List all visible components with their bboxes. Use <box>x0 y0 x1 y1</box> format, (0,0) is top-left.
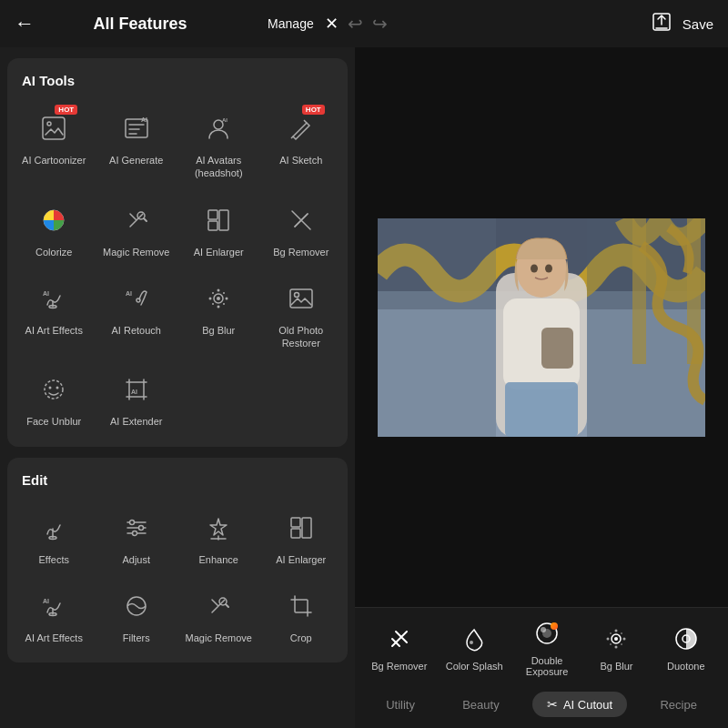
tool-label-magic-remove: Magic Remove <box>103 246 169 258</box>
svg-point-26 <box>226 297 228 299</box>
bottom-tool-label-color-splash: Color Splash <box>446 661 503 672</box>
svg-rect-68 <box>541 328 573 369</box>
tool-bg-remover[interactable]: Bg Remover <box>262 191 341 266</box>
tool-label-cartoonizer: AI Cartoonizer <box>22 154 86 167</box>
svg-point-32 <box>294 292 298 297</box>
svg-point-25 <box>209 297 212 299</box>
right-panel: Bg Remover Color Splash <box>355 47 728 728</box>
svg-point-23 <box>217 288 220 291</box>
svg-point-85 <box>621 643 622 645</box>
edit-title: Edit <box>15 469 340 499</box>
tool-effects[interactable]: Effects <box>15 499 94 573</box>
left-panel: AI Tools HOT AI Cartoonizer <box>0 47 355 728</box>
tool-label-adjust: Adjust <box>122 553 150 566</box>
tool-label-filters: Filters <box>123 632 150 644</box>
edit-section: Edit Effects <box>7 458 348 663</box>
save-button[interactable]: Save <box>682 16 713 32</box>
svg-point-42 <box>129 520 134 524</box>
manage-button[interactable]: Manage <box>268 16 314 31</box>
bottom-tool-bg-blur[interactable]: Bg Blur <box>587 622 645 675</box>
tool-adjust[interactable]: Adjust <box>97 499 177 573</box>
adjust-icon <box>116 508 157 548</box>
bg-remover-icon <box>281 200 321 240</box>
ai-art-effects-edit-icon: AI <box>34 586 74 626</box>
tool-ai-sketch[interactable]: HOT AI Sketch <box>262 99 341 187</box>
svg-point-34 <box>49 387 52 389</box>
bottom-bg-remover-icon <box>387 626 412 657</box>
svg-point-71 <box>545 264 552 272</box>
tool-ai-avatars[interactable]: AI AI Avatars (headshot) <box>179 99 258 187</box>
tool-ai-enlarger-edit[interactable]: AI Enlarger <box>262 499 341 573</box>
svg-line-13 <box>144 218 147 221</box>
tool-label-sketch: AI Sketch <box>279 154 322 167</box>
tool-crop[interactable]: Crop <box>262 577 341 652</box>
svg-rect-2 <box>43 117 65 139</box>
tool-magic-remove-edit[interactable]: Magic Remove <box>179 577 258 652</box>
tool-label-generate: AI Generate <box>109 154 163 167</box>
ai-tools-section: AI Tools HOT AI Cartoonizer <box>7 58 348 447</box>
tab-recipe[interactable]: Recipe <box>645 693 711 717</box>
tool-label-ai-extender: AI Extender <box>110 415 162 428</box>
tool-ai-extender[interactable]: AI AI Extender <box>97 360 177 435</box>
tab-utility[interactable]: Utility <box>371 693 430 717</box>
bottom-tool-duotone[interactable]: Duotone <box>657 622 715 675</box>
tab-ai-cutout-icon: ✂ <box>547 697 558 712</box>
tab-utility-label: Utility <box>386 698 415 712</box>
ai-sketch-icon: HOT <box>281 108 321 148</box>
bottom-tool-double-exposure[interactable]: DoubleExposure <box>518 617 576 681</box>
effects-icon <box>34 508 74 548</box>
undo-button[interactable]: ↩ <box>348 13 363 35</box>
svg-rect-48 <box>302 518 311 538</box>
tool-bg-blur[interactable]: Bg Blur <box>179 269 258 358</box>
tool-ai-generate[interactable]: AI AI Generate <box>97 99 177 187</box>
tool-ai-enlarger[interactable]: AI Enlarger <box>179 191 258 266</box>
ai-generate-icon: AI <box>116 108 157 148</box>
tool-ai-art-effects[interactable]: AI AI Art Effects <box>15 269 94 358</box>
magic-remove-edit-icon <box>198 586 238 626</box>
close-button[interactable]: ✕ <box>325 14 339 34</box>
photo-display <box>378 218 705 437</box>
tool-label-colorize: Colorize <box>35 246 72 258</box>
svg-text:AI: AI <box>141 116 147 123</box>
redo-button[interactable]: ↪ <box>372 13 388 35</box>
tool-label-magic-remove-edit: Magic Remove <box>186 632 252 644</box>
tool-face-unblur[interactable]: Face Unblur <box>15 360 94 435</box>
tool-label-avatars: AI Avatars (headshot) <box>183 154 255 180</box>
tool-ai-art-effects-edit[interactable]: AI AI Art Effects <box>15 577 94 652</box>
tool-label-effects: Effects <box>39 553 69 566</box>
tool-ai-retouch[interactable]: AI AI Retouch <box>97 269 177 358</box>
bottom-tools-row: Bg Remover Color Splash <box>355 607 728 684</box>
tool-label-face-unblur: Face Unblur <box>26 415 81 428</box>
svg-point-24 <box>217 305 220 308</box>
svg-rect-49 <box>291 529 300 538</box>
tool-enhance[interactable]: Enhance <box>179 499 258 573</box>
svg-text:AI: AI <box>43 598 49 604</box>
svg-point-70 <box>531 264 538 272</box>
svg-rect-16 <box>208 221 217 230</box>
ai-art-effects-icon: AI <box>34 278 74 318</box>
svg-line-54 <box>226 604 228 607</box>
crop-icon <box>281 586 321 626</box>
bottom-tool-label-duotone: Duotone <box>667 661 705 672</box>
enhance-icon <box>198 508 238 548</box>
tool-ai-cartoonizer[interactable]: HOT AI Cartoonizer <box>15 99 94 187</box>
tool-filters[interactable]: Filters <box>97 577 177 652</box>
tool-old-photo[interactable]: Old Photo Restorer <box>262 269 341 358</box>
bottom-tool-bg-remover[interactable]: Bg Remover <box>368 622 430 675</box>
bottom-color-splash-icon <box>461 626 487 657</box>
tab-beauty[interactable]: Beauty <box>448 693 513 717</box>
tool-magic-remove[interactable]: Magic Remove <box>97 191 177 266</box>
export-button[interactable] <box>652 12 672 36</box>
svg-rect-73 <box>587 218 705 437</box>
bottom-double-exposure-icon <box>534 621 560 652</box>
svg-point-87 <box>610 643 612 645</box>
svg-point-43 <box>138 525 143 530</box>
tab-ai-cutout[interactable]: ✂ AI Cutout <box>532 692 627 717</box>
edit-tools-grid: Effects Adjust <box>15 499 340 652</box>
tab-ai-cutout-label: AI Cutout <box>563 698 612 712</box>
top-bar: ← All Features Manage ✕ ↩ ↪ Save <box>0 0 728 47</box>
svg-text:AI: AI <box>43 290 49 297</box>
tool-colorize[interactable]: Colorize <box>15 191 94 266</box>
bottom-tool-color-splash[interactable]: Color Splash <box>442 622 507 675</box>
tab-beauty-label: Beauty <box>462 698 499 712</box>
